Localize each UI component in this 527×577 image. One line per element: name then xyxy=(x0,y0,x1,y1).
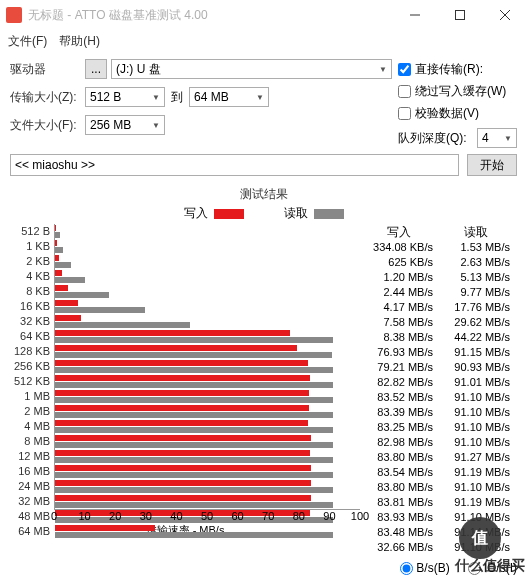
write-header: 写入 xyxy=(360,224,437,240)
drive-label: 驱动器 xyxy=(10,61,85,78)
legend-read-label: 读取 xyxy=(284,205,308,222)
read-column: 读取 1.53 MB/s2.63 MB/s5.13 MB/s9.77 MB/s1… xyxy=(437,224,514,555)
file-size-select[interactable]: 256 MB▼ xyxy=(85,115,165,135)
menu-help[interactable]: 帮助(H) xyxy=(59,33,100,50)
ios-label: IO/s(I) xyxy=(484,561,517,575)
read-header: 读取 xyxy=(437,224,514,240)
xfer-to-label: 到 xyxy=(171,89,183,106)
maximize-button[interactable] xyxy=(437,0,482,30)
chevron-down-icon: ▼ xyxy=(379,65,387,74)
write-column: 写入 334.08 KB/s625 KB/s1.20 MB/s2.44 MB/s… xyxy=(360,224,437,555)
chevron-down-icon: ▼ xyxy=(152,93,160,102)
legend-read-swatch xyxy=(314,209,344,219)
chart-y-labels: 512 B1 KB2 KB4 KB8 KB16 KB32 KB64 KB128 … xyxy=(10,224,54,509)
menu-file[interactable]: 文件(F) xyxy=(8,33,47,50)
window-title: 无标题 - ATTO 磁盘基准测试 4.00 xyxy=(28,7,392,24)
legend-write-label: 写入 xyxy=(184,205,208,222)
ios-radio[interactable] xyxy=(468,562,481,575)
description-input[interactable]: << miaoshu >> xyxy=(10,154,459,176)
bypass-label: 绕过写入缓存(W) xyxy=(415,83,506,100)
titlebar: 无标题 - ATTO 磁盘基准测试 4.00 xyxy=(0,0,527,30)
svg-rect-1 xyxy=(455,11,464,20)
chart-bars xyxy=(54,224,360,509)
verify-label: 校验数据(V) xyxy=(415,105,479,122)
drive-select[interactable]: (J:) U 盘 ▼ xyxy=(111,59,392,79)
bs-label: B/s(B) xyxy=(416,561,449,575)
direct-label: 直接传输(R): xyxy=(415,61,483,78)
unit-toggle: B/s(B) IO/s(I) xyxy=(0,555,527,575)
menubar: 文件(F) 帮助(H) xyxy=(0,30,527,52)
bs-radio[interactable] xyxy=(400,562,413,575)
xfer-from-select[interactable]: 512 B▼ xyxy=(85,87,165,107)
chevron-down-icon: ▼ xyxy=(256,93,264,102)
chevron-down-icon: ▼ xyxy=(152,121,160,130)
app-icon xyxy=(6,7,22,23)
drive-browse-button[interactable]: ... xyxy=(85,59,107,79)
results-title: 测试结果 xyxy=(10,186,517,203)
bypass-checkbox[interactable] xyxy=(398,85,411,98)
minimize-button[interactable] xyxy=(392,0,437,30)
file-label: 文件大小(F): xyxy=(10,117,85,134)
start-button[interactable]: 开始 xyxy=(467,154,517,176)
chart-x-axis: 0102030405060708090100 xyxy=(54,509,360,523)
verify-checkbox[interactable] xyxy=(398,107,411,120)
xfer-to-select[interactable]: 64 MB▼ xyxy=(189,87,269,107)
xfer-label: 传输大小(Z): xyxy=(10,89,85,106)
qd-select[interactable]: 4▼ xyxy=(477,128,517,148)
qd-label: 队列深度(Q): xyxy=(398,130,477,147)
chart-legend: 写入 读取 xyxy=(10,205,517,222)
legend-write-swatch xyxy=(214,209,244,219)
chevron-down-icon: ▼ xyxy=(504,134,512,143)
close-button[interactable] xyxy=(482,0,527,30)
drive-value: (J:) U 盘 xyxy=(116,61,161,78)
direct-checkbox[interactable] xyxy=(398,63,411,76)
